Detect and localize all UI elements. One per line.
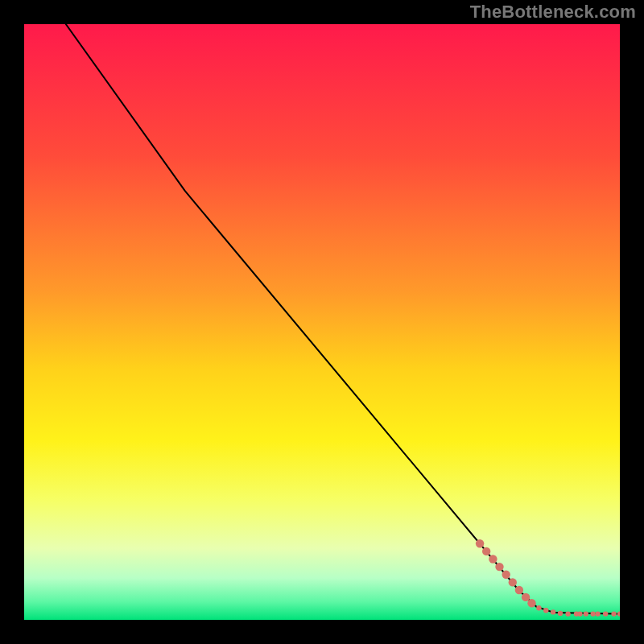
data-point [595,611,600,616]
data-point [489,555,497,563]
data-point [515,586,523,594]
data-point [611,611,616,616]
data-point [536,605,541,610]
data-point [527,599,535,607]
data-point [565,611,570,616]
data-point [543,608,548,613]
data-point [558,611,563,616]
data-point [584,611,588,616]
data-point [502,571,510,579]
data-point [509,578,517,586]
data-point [591,611,596,616]
data-point [482,547,490,555]
data-point [577,611,582,616]
data-point [495,563,503,571]
chart-frame: TheBottleneck.com [0,0,644,644]
data-point [476,539,484,547]
data-point [551,609,555,614]
chart-svg [24,24,620,620]
watermark-text: TheBottleneck.com [470,2,636,23]
gradient-background [24,24,620,620]
plot-area [24,24,620,620]
data-point [603,611,608,616]
data-point [522,593,530,601]
